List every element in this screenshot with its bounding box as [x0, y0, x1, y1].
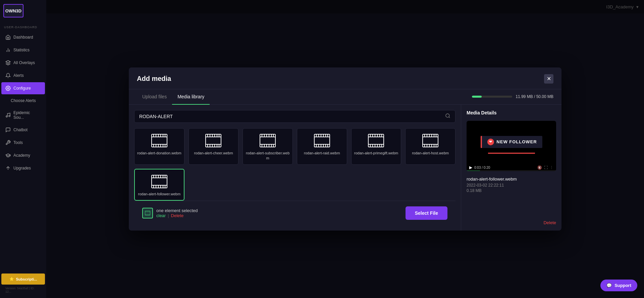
svg-rect-96: [429, 145, 430, 147]
heart-icon: ❤: [487, 139, 494, 145]
select-file-button[interactable]: Select File: [406, 206, 447, 220]
sidebar-item-upgrades[interactable]: Upgrades: [1, 162, 45, 174]
fullscreen-icon[interactable]: ⛶: [544, 165, 548, 169]
svg-rect-87: [423, 144, 438, 145]
arrow-up-icon: [5, 165, 11, 171]
details-footer: Delete: [467, 220, 556, 225]
selected-count-text: one element selected: [156, 208, 198, 213]
svg-rect-58: [316, 134, 317, 137]
sidebar-item-statistics[interactable]: Statistics: [1, 44, 45, 56]
film-icon: [314, 134, 330, 147]
svg-rect-18: [165, 134, 165, 137]
graduation-icon: [5, 153, 11, 158]
sidebar-item-chatbot[interactable]: Chatbot: [1, 124, 45, 136]
svg-rect-49: [262, 145, 262, 147]
svg-rect-91: [431, 134, 432, 137]
search-bar: [134, 110, 455, 123]
sidebar: OWN3D USER-DASHBOARD Dashboard Statistic…: [0, 0, 46, 298]
sidebar-item-alerts[interactable]: Alerts: [1, 69, 45, 82]
media-item[interactable]: rodan-alert-cheer.webm: [189, 128, 239, 165]
storage-text: 11.99 MB / 50.00 MB: [516, 94, 553, 99]
svg-point-6: [9, 115, 10, 117]
media-item[interactable]: rodan-alert-subscriber.webm: [243, 128, 293, 165]
svg-point-5: [6, 116, 7, 117]
new-follower-banner: ❤ NEW FOLLOWER: [480, 136, 542, 148]
svg-rect-99: [436, 145, 436, 147]
svg-rect-113: [163, 186, 163, 188]
svg-rect-88: [424, 134, 425, 137]
storage-bar-track: [472, 96, 512, 98]
media-grid: rodan-alert-donation.webm: [134, 128, 455, 201]
svg-rect-56: [314, 137, 330, 137]
svg-rect-74: [372, 134, 373, 137]
svg-rect-92: [434, 134, 434, 137]
svg-rect-111: [158, 186, 159, 188]
sidebar-item-tools[interactable]: Tools: [1, 137, 45, 149]
svg-marker-3: [6, 60, 10, 63]
svg-rect-14: [156, 134, 156, 137]
sidebar-item-choose-alerts[interactable]: Choose Alerts: [1, 95, 45, 106]
media-item[interactable]: rodan-alert-raid.webm: [297, 128, 347, 165]
play-button[interactable]: ▶: [469, 165, 472, 170]
media-item[interactable]: rodan-alert-primegift.webm: [351, 128, 401, 165]
star-icon: ⭐: [9, 277, 14, 281]
media-item-selected[interactable]: rodan-alert-follower.webm: [134, 169, 184, 201]
svg-rect-114: [165, 186, 165, 188]
modal-title: Add media: [137, 75, 171, 83]
more-options-icon[interactable]: ⋮: [550, 165, 553, 170]
add-media-modal: Add media ✕ Upload files Media library: [129, 67, 561, 231]
tab-upload-files[interactable]: Upload files: [137, 89, 172, 105]
svg-rect-21: [158, 145, 159, 147]
sidebar-item-label: Academy: [13, 153, 30, 158]
sidebar-item-all-overlays[interactable]: All Overlays: [1, 57, 45, 69]
volume-icon[interactable]: 🔇: [537, 165, 542, 170]
tab-media-library[interactable]: Media library: [172, 89, 210, 105]
svg-rect-17: [163, 134, 163, 137]
svg-rect-61: [323, 134, 324, 137]
modal-close-button[interactable]: ✕: [544, 74, 553, 84]
svg-rect-104: [156, 175, 156, 178]
clear-selection-link[interactable]: clear: [156, 213, 166, 218]
svg-rect-68: [325, 145, 326, 147]
svg-rect-79: [370, 145, 371, 147]
sidebar-item-epidemic-sound[interactable]: Epidemic Sou...: [1, 107, 45, 123]
app-logo: OWN3D: [3, 4, 23, 17]
svg-rect-65: [318, 145, 319, 147]
svg-rect-62: [325, 134, 326, 137]
footer-left: one element selected clear | Delete: [142, 208, 198, 218]
media-item[interactable]: rodan-alert-donation.webm: [134, 128, 184, 165]
search-input[interactable]: [139, 114, 442, 119]
svg-rect-34: [207, 145, 208, 147]
media-item[interactable]: rodan-alert-host.webm: [405, 128, 455, 165]
subscribe-button[interactable]: ⭐ Subscripti...: [1, 274, 45, 285]
film-icon: [368, 134, 384, 147]
search-icon: [445, 113, 450, 120]
details-delete-link[interactable]: Delete: [543, 220, 556, 225]
media-item-name: rodan-alert-subscriber.webm: [246, 151, 290, 161]
sidebar-item-dashboard[interactable]: Dashboard: [1, 31, 45, 43]
svg-rect-77: [379, 134, 380, 137]
delete-selection-link[interactable]: Delete: [171, 213, 184, 218]
svg-rect-48: [273, 134, 274, 137]
follower-text: NEW FOLLOWER: [496, 139, 537, 144]
svg-rect-26: [206, 137, 221, 137]
svg-rect-46: [269, 134, 269, 137]
svg-rect-86: [423, 137, 438, 137]
svg-rect-82: [377, 145, 378, 147]
video-controls: ▶ 0:03 / 0:20 🔇 ⛶ ⋮: [467, 164, 556, 171]
svg-rect-84: [381, 145, 382, 147]
svg-rect-13: [153, 134, 154, 137]
svg-rect-22: [160, 145, 161, 147]
file-info: rodan-alert-follower.webm 2022-03-02 22:…: [467, 177, 556, 193]
svg-rect-33: [219, 134, 219, 137]
sidebar-item-academy[interactable]: Academy: [1, 149, 45, 161]
sidebar-item-configure[interactable]: Configure: [1, 82, 45, 94]
sidebar-item-label: Alerts: [13, 73, 24, 78]
media-item-name: rodan-alert-primegift.webm: [354, 151, 398, 156]
svg-rect-94: [424, 145, 425, 147]
svg-rect-112: [160, 186, 161, 188]
svg-rect-52: [269, 145, 269, 147]
bell-icon: [5, 73, 11, 78]
support-button[interactable]: 💬 Support: [600, 280, 637, 291]
media-item-name: rodan-alert-follower.webm: [138, 192, 181, 197]
